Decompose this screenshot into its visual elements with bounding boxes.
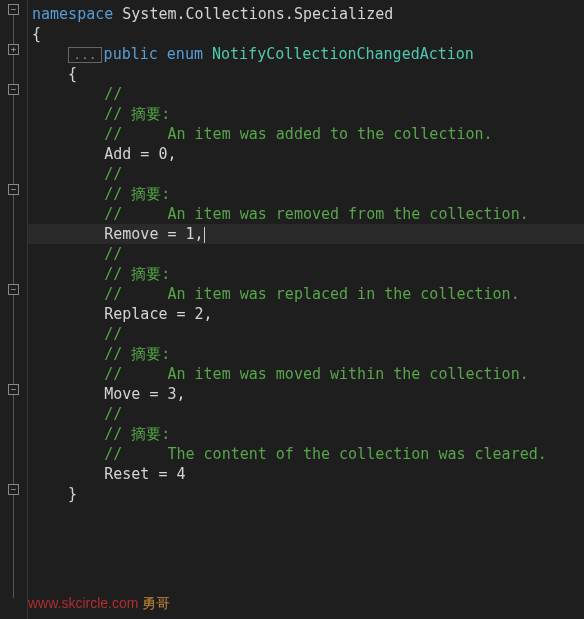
code-line[interactable]: // The content of the collection was cle…	[28, 444, 584, 464]
watermark-url: www.skcircle.com	[28, 595, 142, 611]
folded-region-icon[interactable]: ...	[68, 47, 101, 63]
code-line[interactable]: // An item was replaced in the collectio…	[28, 284, 584, 304]
comment: // An item was moved within the collecti…	[32, 365, 529, 383]
watermark-name: 勇哥	[142, 595, 170, 611]
comment: // The content of the collection was cle…	[32, 445, 547, 463]
code-line[interactable]: // An item was moved within the collecti…	[28, 364, 584, 384]
code-line[interactable]: ...public enum NotifyCollectionChangedAc…	[28, 44, 584, 64]
fold-toggle[interactable]: −	[8, 84, 19, 95]
fold-gutter: − + − − − − −	[0, 0, 28, 619]
enum-member: Add = 0,	[32, 145, 177, 163]
fold-toggle[interactable]: −	[8, 184, 19, 195]
comment: //	[32, 325, 122, 343]
enum-member: Remove = 1,	[32, 225, 204, 243]
code-line[interactable]: Add = 0,	[28, 144, 584, 164]
brace: {	[32, 25, 41, 43]
comment: // 摘要:	[32, 105, 170, 123]
code-line[interactable]: }	[28, 484, 584, 504]
comment: //	[32, 405, 122, 423]
comment: // 摘要:	[32, 265, 170, 283]
comment: // An item was added to the collection.	[32, 125, 493, 143]
code-line[interactable]: //	[28, 244, 584, 264]
watermark: www.skcircle.com 勇哥	[28, 595, 170, 613]
code-line[interactable]: //	[28, 84, 584, 104]
code-line[interactable]: // 摘要:	[28, 344, 584, 364]
fold-toggle[interactable]: −	[8, 484, 19, 495]
brace: {	[32, 65, 77, 83]
code-area[interactable]: namespace System.Collections.Specialized…	[28, 0, 584, 619]
fold-toggle[interactable]: −	[8, 384, 19, 395]
fold-toggle[interactable]: −	[8, 4, 19, 15]
code-line[interactable]: {	[28, 64, 584, 84]
enum-member: Move = 3,	[32, 385, 186, 403]
code-line[interactable]: // An item was added to the collection.	[28, 124, 584, 144]
namespace-name: System.Collections.Specialized	[113, 5, 393, 23]
code-line[interactable]: namespace System.Collections.Specialized	[28, 4, 584, 24]
fold-toggle[interactable]: −	[8, 284, 19, 295]
enum-member: Reset = 4	[32, 465, 186, 483]
text-caret	[204, 227, 205, 243]
brace: }	[32, 485, 77, 503]
keyword: enum	[158, 45, 203, 63]
comment: //	[32, 85, 122, 103]
code-line[interactable]: Reset = 4	[28, 464, 584, 484]
code-line[interactable]: Replace = 2,	[28, 304, 584, 324]
code-line[interactable]: // 摘要:	[28, 184, 584, 204]
code-line[interactable]: {	[28, 24, 584, 44]
fold-toggle[interactable]: +	[8, 44, 19, 55]
code-line[interactable]: // 摘要:	[28, 424, 584, 444]
code-editor[interactable]: − + − − − − − namespace System.Collectio…	[0, 0, 584, 619]
type-name: NotifyCollectionChangedAction	[203, 45, 474, 63]
comment: // 摘要:	[32, 185, 170, 203]
comment: //	[32, 165, 122, 183]
comment: // An item was replaced in the collectio…	[32, 285, 520, 303]
comment: //	[32, 245, 122, 263]
keyword: public	[104, 45, 158, 63]
code-line-active[interactable]: Remove = 1,	[28, 224, 584, 244]
code-line[interactable]: //	[28, 164, 584, 184]
code-line[interactable]: // 摘要:	[28, 104, 584, 124]
keyword: namespace	[32, 5, 113, 23]
enum-member: Replace = 2,	[32, 305, 213, 323]
code-line[interactable]: // 摘要:	[28, 264, 584, 284]
comment: // An item was removed from the collecti…	[32, 205, 529, 223]
comment: // 摘要:	[32, 345, 170, 363]
comment: // 摘要:	[32, 425, 170, 443]
code-line[interactable]: Move = 3,	[28, 384, 584, 404]
code-line[interactable]: // An item was removed from the collecti…	[28, 204, 584, 224]
code-line[interactable]: //	[28, 404, 584, 424]
code-line[interactable]: //	[28, 324, 584, 344]
